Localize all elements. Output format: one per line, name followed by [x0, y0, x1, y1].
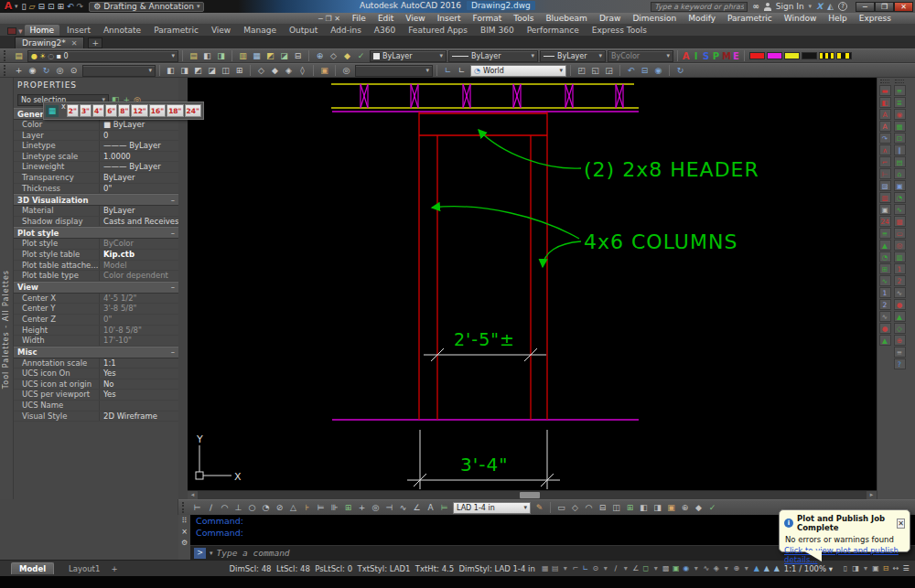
qat-icon[interactable]: ⊟ — [38, 2, 45, 11]
macro-letter-button[interactable]: A — [682, 51, 690, 61]
qat-icon[interactable]: ⊡ — [48, 2, 55, 11]
custom-tool-icon[interactable]: ▦ — [894, 121, 906, 132]
menu-item[interactable]: Tools — [513, 14, 533, 23]
autocad-logo-icon[interactable]: A — [2, 1, 15, 12]
custom-tool-icon[interactable]: ▬ — [879, 85, 891, 96]
size-button[interactable]: 3" — [80, 104, 92, 117]
custom-tool-icon[interactable]: ⌐ — [879, 156, 891, 167]
macro-letter-button[interactable]: S — [702, 51, 710, 61]
size-button[interactable]: 16" — [149, 104, 166, 117]
ribbon-tab[interactable]: Add-ins — [325, 25, 367, 36]
visual-style-icon[interactable]: ◆ — [268, 65, 282, 77]
menu-item[interactable]: Edit — [378, 14, 393, 23]
property-row[interactable]: Layer0 — [14, 131, 178, 142]
dimension-tool-icon[interactable]: ⊘ — [273, 502, 286, 514]
section-header[interactable]: View– — [14, 282, 178, 294]
dimension-tool-icon[interactable]: ⊥ — [231, 502, 245, 514]
dimension-tool-icon[interactable]: ◠ — [218, 502, 231, 514]
property-row[interactable]: Plot styleByColor — [14, 239, 178, 250]
size-button[interactable]: 4" — [92, 104, 104, 117]
status-toggle-icon[interactable]: ▲ — [762, 564, 771, 572]
menu-item[interactable]: Modify — [688, 14, 716, 23]
dimension-tool-icon[interactable]: ⊞ — [341, 502, 355, 514]
custom-tool-icon[interactable]: ▩ — [894, 216, 906, 227]
property-row[interactable]: Linetype scale1.0000 — [14, 152, 178, 163]
custom-tool-icon[interactable]: ◔ — [894, 192, 906, 203]
qat-icon[interactable]: ▯ — [22, 2, 27, 11]
custom-tool-icon[interactable]: ∿ — [894, 287, 906, 298]
custom-tool-icon[interactable]: ▨ — [879, 180, 891, 191]
property-row[interactable]: Plot style tableKip.ctb — [14, 250, 178, 261]
size-button[interactable]: 24" — [185, 104, 201, 117]
layer-tool-icon[interactable]: ◪ — [277, 50, 291, 62]
close-icon[interactable]: ✕ — [897, 519, 905, 529]
command-panel-icon[interactable]: ⠿ — [182, 517, 188, 525]
status-toggle-icon[interactable]: ▲ — [772, 564, 781, 572]
custom-tool-icon[interactable]: ≡ — [879, 228, 891, 239]
status-toggle-icon[interactable]: ▾ — [722, 564, 731, 572]
custom-tool-icon[interactable]: ↷ — [879, 133, 891, 144]
layer-tool-icon[interactable]: ⊟ — [291, 50, 305, 62]
status-toggle-icon[interactable]: ⊕ — [732, 564, 741, 572]
property-row[interactable]: UCS per viewportYes — [14, 390, 178, 401]
macro-letter-button[interactable]: E — [732, 51, 740, 61]
ribbon-tab[interactable]: Output — [284, 25, 323, 36]
custom-tool-icon[interactable]: ● — [894, 299, 906, 310]
menu-item[interactable]: Dimension — [632, 14, 676, 23]
custom-tool-icon[interactable]: 2 — [894, 275, 906, 286]
command-panel-icon[interactable]: × — [181, 528, 188, 536]
view-cube-icon[interactable]: ◧ — [164, 65, 178, 77]
nav-tool-icon[interactable]: ◉ — [26, 65, 39, 77]
property-row[interactable]: Thickness0" — [14, 184, 178, 195]
view-cube-icon[interactable]: ◩ — [191, 65, 205, 77]
line-pattern-button[interactable] — [836, 52, 852, 59]
ucs-icon[interactable]: ∟ — [441, 65, 455, 77]
size-button[interactable]: 2" — [67, 104, 79, 117]
layer-tool-icon[interactable]: ◧ — [200, 50, 214, 62]
new-layout-button[interactable]: + — [107, 564, 121, 573]
custom-tool-icon[interactable]: ⊢ — [879, 168, 891, 179]
command-panel-icon[interactable]: ⚙ — [181, 539, 188, 547]
nav-tool-icon[interactable]: ⊙ — [67, 65, 81, 77]
status-toggle-icon[interactable]: ▾ — [651, 564, 661, 572]
palette-divider[interactable] — [178, 78, 188, 499]
custom-tool-icon[interactable]: ⊡ — [894, 133, 906, 144]
draw-tool-icon[interactable]: ◨ — [651, 502, 664, 514]
property-row[interactable]: Linetype——— ByLayer — [14, 141, 178, 152]
sign-in-button[interactable]: Sign In — [776, 2, 804, 11]
dimension-tool-icon[interactable]: ∕ — [204, 502, 218, 514]
close-icon[interactable]: x — [61, 102, 66, 111]
palette-grip[interactable] — [880, 80, 889, 83]
nav-tool-icon[interactable]: + — [12, 65, 26, 77]
custom-tool-icon[interactable]: ◔ — [879, 251, 891, 262]
draw-tool-icon[interactable]: ◧ — [637, 502, 651, 514]
property-row[interactable]: Center Y3'-8 5/8" — [14, 304, 178, 315]
redo-view-icon[interactable]: ↻ — [673, 65, 687, 77]
property-row[interactable]: Center Z0" — [14, 315, 178, 326]
view-cube-icon[interactable]: ⊞ — [232, 65, 246, 77]
status-toggle-icon[interactable]: ▾ — [561, 564, 570, 572]
visual-style-icon[interactable]: ◇ — [254, 65, 268, 77]
custom-tool-icon[interactable]: 24 — [879, 216, 891, 227]
toolbar-grip[interactable] — [4, 65, 8, 76]
dimstyle-edit-icon[interactable]: ✎ — [533, 502, 546, 514]
dimension-tool-icon[interactable]: ○ — [245, 502, 259, 514]
property-row[interactable]: Plot table attache...Model — [14, 261, 178, 272]
custom-tool-icon[interactable]: 2 — [879, 299, 891, 310]
custom-tool-icon[interactable]: ● — [879, 323, 891, 334]
visual-style-icon[interactable]: ◈ — [282, 65, 296, 77]
property-row[interactable]: Width17'-10" — [14, 336, 178, 347]
ucs-icon[interactable]: ∟ — [455, 65, 468, 77]
status-tool-icon[interactable]: ↔ — [891, 564, 900, 572]
view-cube-icon[interactable]: ◨ — [178, 65, 191, 77]
status-toggle-icon[interactable]: ▲ — [752, 564, 761, 572]
view-cube-icon[interactable]: ◫ — [219, 65, 232, 77]
help-icon[interactable]: ? — [838, 2, 847, 11]
new-tab-button[interactable]: + — [88, 37, 102, 48]
section-header[interactable]: Misc– — [14, 347, 178, 358]
plotstyle-dropdown[interactable]: ByColor ▾ — [608, 50, 673, 62]
layer-tool-icon[interactable]: ✓ — [354, 50, 368, 62]
custom-tool-icon[interactable]: ◎ — [894, 240, 906, 251]
line-pattern-button[interactable] — [767, 52, 782, 59]
draw-tool-icon[interactable]: ◇ — [568, 502, 582, 514]
